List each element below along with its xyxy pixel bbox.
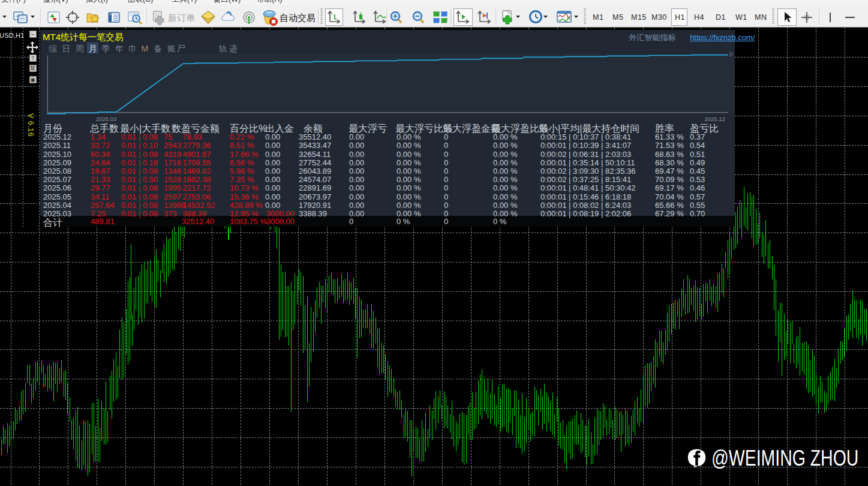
svg-text:H1: H1	[675, 13, 685, 22]
svg-text:D1: D1	[716, 13, 726, 22]
svg-text:自动交易: 自动交易	[280, 13, 316, 23]
svg-text:M5: M5	[612, 13, 623, 22]
svg-text:W1: W1	[735, 13, 747, 22]
svg-text:新订单: 新订单	[168, 13, 195, 23]
svg-text:MN: MN	[755, 13, 767, 22]
svg-text:M15: M15	[631, 13, 647, 22]
svg-text:M30: M30	[651, 13, 667, 22]
svg-text:M1: M1	[593, 13, 603, 22]
svg-text:H4: H4	[694, 13, 704, 22]
